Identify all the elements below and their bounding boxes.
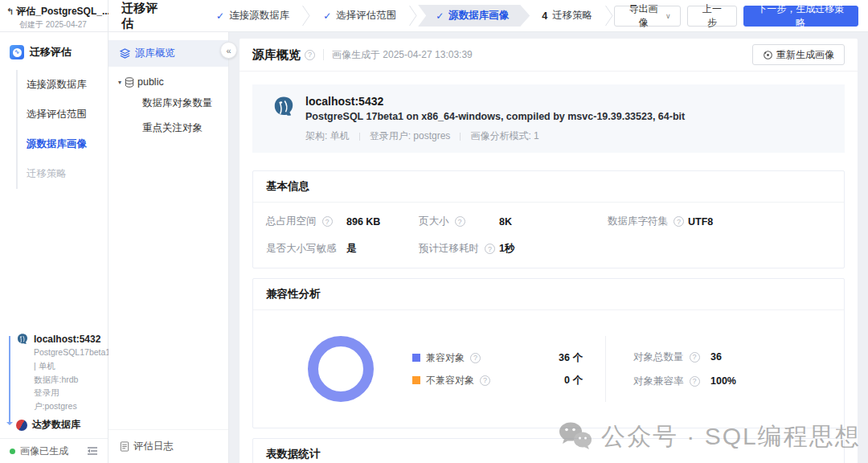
workspace-title: 评估_PostgreSQL_... — [16, 5, 110, 18]
target-db-row[interactable]: 达梦数据库 — [16, 418, 101, 432]
step-connect-source[interactable]: ✓ 连接源数据库 — [204, 5, 301, 27]
sidebar-spacer — [0, 189, 108, 333]
object-tree-sidebar: 源库概览 ▾ public 数据库对象数量 重点关注对象 — [108, 32, 229, 463]
help-icon[interactable]: ? — [480, 375, 490, 386]
tree-item-overview[interactable]: 源库概览 — [108, 40, 228, 67]
tree-overview-label: 源库概览 — [135, 47, 175, 60]
help-icon[interactable]: ? — [305, 50, 315, 60]
migration-flow-arrow — [9, 336, 10, 424]
sidebar-item-scope[interactable]: 选择评估范围 — [18, 100, 100, 129]
panel-title: 源库概览 — [252, 47, 301, 63]
field-value: 1秒 — [499, 242, 514, 256]
instance-user: 登录用户: postgres — [370, 129, 451, 143]
legend-value: 0 个 — [564, 374, 583, 387]
step-source-profile[interactable]: ✓ 源数据库画像 — [418, 5, 530, 27]
instance-analysis-mode: 画像分析模式: 1 — [470, 129, 538, 143]
status-text: 画像已生成 — [20, 445, 68, 458]
sidebar-collapse-button[interactable]: « — [220, 42, 237, 59]
stat-object-total: 对象总数量? 36 — [633, 350, 736, 364]
profile-generated-time: 画像生成于 2025-04-27 13:03:39 — [332, 48, 473, 62]
export-profile-button[interactable]: 导出画像 ∨ — [614, 6, 681, 27]
tree-item-key-objects[interactable]: 重点关注对象 — [108, 116, 228, 141]
step-number: 4 — [542, 10, 547, 22]
sidebar-item-migration-strategy[interactable]: 迁移策略 — [18, 159, 100, 189]
instance-host: localhost:5432 — [305, 95, 685, 108]
legend-compatible: 兼容对象? 36 个 — [412, 351, 583, 365]
compatibility-stats: 对象总数量? 36 对象兼容率? 100% — [633, 350, 736, 388]
table-stats-card: 表数据统计 含大字段表? 0 个 — [252, 438, 845, 463]
legend-label: 兼容对象 — [426, 351, 465, 365]
tree-item-object-count[interactable]: 数据库对象数量 — [108, 91, 228, 116]
help-icon[interactable]: ? — [455, 216, 465, 227]
collapse-panel-icon[interactable] — [87, 446, 98, 456]
compatibility-card: 兼容性分析 兼容对象? 36 个 — [252, 278, 845, 428]
help-icon[interactable]: ? — [674, 216, 684, 227]
step-label: 选择评估范围 — [336, 9, 396, 23]
compatibility-title: 兼容性分析 — [253, 279, 844, 310]
assessment-app-icon: ∿ — [10, 45, 24, 59]
main-content: 源库概览 ? 画像生成于 2025-04-27 13:03:39 重新生成画像 — [229, 32, 868, 463]
export-profile-label: 导出画像 — [624, 2, 662, 30]
help-icon[interactable]: ? — [690, 352, 700, 363]
database-icon — [125, 77, 134, 88]
regenerate-profile-label: 重新生成画像 — [776, 48, 834, 62]
workspace-created-date: 创建于 2025-04-27 — [19, 19, 101, 31]
instance-arch: 架构: 单机 — [305, 129, 350, 143]
help-icon[interactable]: ? — [690, 376, 700, 387]
source-database: 数据库:hrdb — [34, 373, 101, 387]
tree-schema-label: public — [137, 76, 164, 88]
field-charset: 数据库字符集? UTF8 — [608, 215, 831, 228]
assessment-log-button[interactable]: 评估日志 — [108, 429, 228, 463]
check-icon: ✓ — [323, 10, 331, 22]
regenerate-icon — [763, 50, 773, 60]
help-icon[interactable]: ? — [470, 353, 481, 363]
sidebar-item-connect-source[interactable]: 连接源数据库 — [18, 70, 100, 100]
help-icon[interactable]: ? — [322, 216, 333, 227]
field-label: 预计迁移耗时 — [419, 242, 479, 256]
check-icon: ✓ — [436, 10, 444, 22]
legend-value: 36 个 — [559, 351, 583, 365]
basic-info-title: 基本信息 — [253, 171, 844, 203]
legend-incompatible: 不兼容对象? 0 个 — [412, 374, 583, 387]
collapse-icon: « — [226, 46, 231, 55]
divider — [323, 49, 324, 60]
regenerate-profile-button[interactable]: 重新生成画像 — [752, 44, 845, 65]
tree-node-public[interactable]: ▾ public — [108, 67, 228, 91]
stat-label: 对象总数量 — [633, 350, 684, 364]
stat-compat-rate: 对象兼容率? 100% — [633, 375, 736, 388]
help-icon[interactable]: ? — [485, 244, 495, 254]
overview-panel: 源库概览 ? 画像生成于 2025-04-27 13:03:39 重新生成画像 — [240, 39, 858, 463]
sidebar-item-source-profile[interactable]: 源数据库画像 — [18, 129, 100, 159]
step-migration-strategy[interactable]: 4 迁移策略 — [530, 5, 604, 27]
page-title: 迁移评估 — [121, 1, 169, 31]
next-step-button[interactable]: 下一步，生成迁移策略 — [743, 6, 858, 27]
next-step-label: 下一步，生成迁移策略 — [754, 2, 848, 30]
assessment-nav: ∿ 迁移评估 连接源数据库 选择评估范围 源数据库画像 迁移策略 — [0, 32, 108, 189]
compatibility-chart-row: 兼容对象? 36 个 不兼容对象? 0 个 — [266, 322, 831, 416]
back-icon[interactable]: ↰ — [6, 6, 14, 17]
postgresql-logo-icon — [272, 95, 296, 119]
stat-value: 100% — [710, 375, 736, 387]
field-value: UTF8 — [688, 216, 713, 227]
postgresql-logo-icon — [16, 333, 29, 346]
connection-summary: localhost:5432 PostgreSQL17beta1 | 单机 数据… — [0, 333, 108, 438]
field-migration-time: 预计迁移耗时? 1秒 — [419, 242, 608, 256]
step-scope[interactable]: ✓ 选择评估范围 — [311, 5, 408, 27]
compatibility-donut-chart — [308, 336, 374, 402]
source-db-row[interactable]: localhost:5432 — [16, 333, 101, 346]
prev-step-button[interactable]: 上一步 — [687, 6, 736, 27]
divider — [359, 133, 360, 141]
step-label: 源数据库画像 — [448, 9, 509, 23]
stat-label: 对象兼容率 — [633, 375, 684, 388]
tree-caret-icon[interactable]: ▾ — [118, 79, 121, 86]
stat-value: 36 — [710, 351, 722, 363]
field-value: 896 KB — [346, 216, 380, 227]
source-user: 登录用户:postgres — [34, 386, 101, 413]
app-window: ↰ 评估_PostgreSQL_... ⌄ 创建于 2025-04-27 ∿ 迁… — [0, 0, 868, 463]
step-separator-icon — [604, 5, 614, 27]
legend-label: 不兼容对象 — [426, 374, 474, 387]
layers-icon — [120, 48, 130, 59]
field-total-space: 总占用空间? 896 KB — [266, 215, 419, 228]
status-dot-icon — [10, 449, 15, 454]
workspace-switcher[interactable]: ↰ 评估_PostgreSQL_... ⌄ — [6, 5, 101, 18]
